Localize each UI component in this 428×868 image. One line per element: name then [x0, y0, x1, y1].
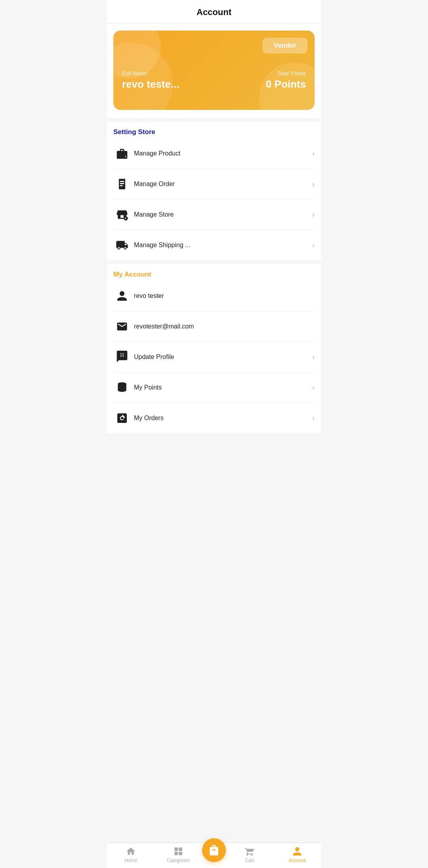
user-email-text: revotester@mail.com [134, 323, 194, 330]
my-account-title: My Account [113, 271, 315, 278]
update-profile-icon [113, 348, 131, 366]
cart-icon [245, 846, 255, 856]
manage-order-label: Manage Order [134, 181, 312, 188]
my-orders-icon [113, 409, 131, 427]
full-name-label: Full Name [122, 70, 180, 77]
user-icon [113, 287, 131, 305]
vendor-button[interactable]: Vendor [262, 38, 308, 54]
nav-home-label: Home [124, 858, 137, 863]
scroll-area: Vendor Full Name revo teste... Total Poi… [107, 23, 321, 465]
my-points-item[interactable]: My Points › [113, 373, 315, 403]
manage-order-icon [113, 175, 131, 193]
svg-rect-3 [120, 183, 124, 184]
user-email-row: revotester@mail.com [113, 311, 315, 342]
my-points-label: My Points [134, 384, 312, 391]
full-name-value: revo teste... [122, 78, 180, 90]
svg-rect-8 [174, 847, 178, 851]
email-icon [113, 318, 131, 335]
my-orders-item[interactable]: My Orders › [113, 403, 315, 433]
svg-point-12 [212, 849, 213, 850]
update-profile-item[interactable]: Update Profile › [113, 342, 315, 373]
cart-fab-button[interactable] [202, 838, 226, 862]
nav-cart[interactable]: Cart [226, 846, 273, 863]
nav-home[interactable]: Home [107, 846, 155, 863]
page-title: Account [197, 7, 231, 17]
svg-rect-2 [120, 181, 124, 182]
manage-product-chevron: › [312, 150, 315, 158]
manage-shipping-icon [113, 236, 131, 254]
categories-icon [173, 846, 183, 856]
svg-point-13 [215, 849, 216, 850]
manage-shipping-label: Manage Shipping ... [134, 242, 312, 249]
svg-rect-5 [120, 215, 124, 218]
nav-categories-label: Categories [167, 858, 190, 863]
loyalty-card: Vendor Full Name revo teste... Total Poi… [113, 31, 315, 110]
svg-rect-9 [179, 847, 182, 851]
my-orders-chevron: › [312, 414, 315, 422]
update-profile-chevron: › [312, 353, 315, 361]
update-profile-label: Update Profile [134, 353, 312, 361]
my-account-section: My Account revo tester revotester@mail.c… [107, 264, 321, 433]
points-label: Total Points [266, 70, 306, 77]
nav-account[interactable]: Account [273, 846, 321, 863]
my-points-chevron: › [312, 384, 315, 392]
manage-store-label: Manage Store [134, 211, 312, 218]
setting-store-title: Setting Store [113, 128, 315, 136]
manage-shipping-item[interactable]: Manage Shipping ... › [113, 230, 315, 260]
user-name-row: revo tester [113, 281, 315, 311]
svg-rect-10 [174, 852, 178, 855]
nav-categories[interactable]: Categories [155, 846, 202, 863]
manage-store-icon [113, 206, 131, 223]
manage-product-label: Manage Product [134, 150, 312, 157]
nav-cart-fab[interactable] [202, 848, 226, 862]
card-section: Vendor Full Name revo teste... Total Poi… [107, 23, 321, 118]
card-points-area: Total Points 0 Points [266, 70, 306, 90]
setting-store-section: Setting Store Manage Product › [107, 122, 321, 260]
svg-rect-11 [179, 852, 182, 855]
header: Account [107, 0, 321, 23]
svg-point-0 [123, 155, 128, 159]
my-points-icon [113, 379, 131, 396]
nav-account-label: Account [289, 858, 306, 863]
card-name-area: Full Name revo teste... [122, 70, 180, 90]
manage-store-chevron: › [312, 211, 315, 219]
svg-rect-4 [120, 185, 123, 186]
home-icon [126, 846, 136, 856]
manage-order-chevron: › [312, 180, 315, 188]
bottom-nav: Home Categories Cart [107, 843, 321, 868]
manage-product-item[interactable]: Manage Product › [113, 138, 315, 169]
manage-shipping-chevron: › [312, 241, 315, 250]
points-value: 0 Points [266, 78, 306, 90]
account-nav-icon [292, 846, 302, 856]
user-name-text: revo tester [134, 292, 164, 300]
my-orders-label: My Orders [134, 415, 312, 422]
cart-fab-icon [208, 844, 220, 856]
card-bottom: Full Name revo teste... Total Points 0 P… [122, 70, 306, 90]
manage-product-icon [113, 145, 131, 162]
manage-store-item[interactable]: Manage Store › [113, 200, 315, 230]
nav-cart-label: Cart [245, 858, 254, 863]
manage-order-item[interactable]: Manage Order › [113, 169, 315, 200]
